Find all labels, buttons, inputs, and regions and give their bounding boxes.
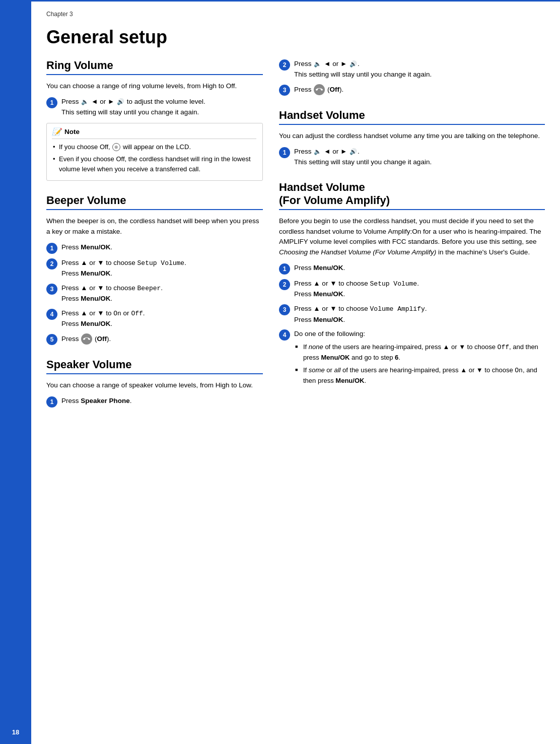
- note-bullets: If you choose Off, ⊗ will appear on the …: [52, 142, 256, 174]
- note-bullet-2: Even if you choose Off, the cordless han…: [52, 154, 256, 174]
- speaker-steps: 1 Press Speaker Phone.: [46, 396, 263, 408]
- right-column: 2 Press 🔈 ◄ or ► 🔊. This setting will st…: [279, 59, 545, 729]
- amplify-step1-text: Press Menu/OK.: [294, 263, 545, 274]
- speaker-circle-2: 2: [279, 59, 290, 71]
- speaker-volume-intro: You can choose a range of speaker volume…: [46, 380, 263, 391]
- speaker-step1-text: Press Speaker Phone.: [61, 396, 263, 407]
- beeper-step5: 5 Press (Off).: [46, 333, 263, 345]
- beeper-step2-text: Press ▲ or ▼ to choose Setup Volume.Pres…: [61, 258, 263, 279]
- beeper-steps: 1 Press Menu/OK. 2 Press ▲ or ▼ to choos…: [46, 242, 263, 345]
- amplify-bullet-2: If some or all of the users are hearing-…: [294, 365, 545, 385]
- amplify-circle-2: 2: [279, 279, 290, 290]
- amplify-step4-text: Do one of the following: If none of the …: [294, 329, 545, 388]
- speaker-circle-1: 1: [46, 396, 57, 408]
- handset-steps: 1 Press 🔈 ◄ or ► 🔊. This setting will st…: [279, 147, 545, 168]
- ring-volume-intro: You can choose a range of ring volume le…: [46, 81, 263, 92]
- amplify-step3-text: Press ▲ or ▼ to choose Volume Amplify.Pr…: [294, 304, 545, 325]
- speaker-step1: 1 Press Speaker Phone.: [46, 396, 263, 408]
- hv-spk-high-icon: 🔊: [349, 147, 357, 157]
- ring-volume-title: Ring Volume: [46, 59, 263, 75]
- beeper-step1: 1 Press Menu/OK.: [46, 242, 263, 254]
- note-icon: 📝: [52, 127, 61, 137]
- section-speaker-continued: 2 Press 🔈 ◄ or ► 🔊. This setting will st…: [279, 59, 545, 96]
- speaker-high-icon: 🔊: [117, 97, 124, 107]
- handset-step1: 1 Press 🔈 ◄ or ► 🔊. This setting will st…: [279, 147, 545, 168]
- page-title: General setup: [46, 27, 545, 48]
- hv-spk-low-icon: 🔈: [314, 147, 321, 157]
- section-beeper-volume: Beeper Volume When the beeper is on, the…: [46, 194, 263, 345]
- beeper-step5-text: Press (Off).: [61, 333, 263, 345]
- note-header: 📝 Note: [52, 127, 256, 139]
- page-number: 18: [0, 728, 31, 736]
- handset-step1-text: Press 🔈 ◄ or ► 🔊. This setting will stay…: [294, 147, 545, 168]
- speaker-volume-title: Speaker Volume: [46, 358, 263, 374]
- speaker-step3-text: Press (Off).: [294, 84, 545, 95]
- note-label: Note: [64, 128, 80, 136]
- amplify-bullet-1: If none of the users are hearing-impaire…: [294, 342, 545, 362]
- beeper-circle-5: 5: [46, 334, 57, 345]
- speaker-circle-3: 3: [279, 85, 290, 96]
- page-container: Chapter 3 General setup Ring Volume You …: [31, 0, 560, 744]
- speaker-continued-steps: 2 Press 🔈 ◄ or ► 🔊. This setting will st…: [279, 59, 545, 96]
- amplify-circle-1: 1: [279, 263, 290, 275]
- handset-amplify-title: Handset Volume(For Volume Amplify): [279, 181, 545, 210]
- note-box: 📝 Note If you choose Off, ⊗ will appear …: [46, 123, 263, 181]
- spk-low-icon-r: 🔈: [314, 59, 321, 69]
- content-area: Chapter 3 General setup Ring Volume You …: [31, 2, 560, 744]
- sidebar-accent: [0, 0, 31, 30]
- amplify-circle-3: 3: [279, 304, 290, 315]
- beeper-step2: 2 Press ▲ or ▼ to choose Setup Volume.Pr…: [46, 258, 263, 279]
- speaker-low-icon: 🔈: [81, 97, 89, 107]
- section-ring-volume: Ring Volume You can choose a range of ri…: [46, 59, 263, 181]
- two-column-layout: Ring Volume You can choose a range of ri…: [46, 59, 545, 729]
- amplify-circle-4: 4: [279, 329, 290, 341]
- handset-volume-title: Handset Volume: [279, 109, 545, 125]
- beeper-volume-title: Beeper Volume: [46, 194, 263, 210]
- beeper-step3-text: Press ▲ or ▼ to choose Beeper.Press Menu…: [61, 283, 263, 304]
- beeper-step4: 4 Press ▲ or ▼ to On or Off.Press Menu/O…: [46, 308, 263, 329]
- beeper-step4-text: Press ▲ or ▼ to On or Off.Press Menu/OK.: [61, 308, 263, 329]
- handset-circle-1: 1: [279, 147, 290, 158]
- amplify-step2: 2 Press ▲ or ▼ to choose Setup Volume.Pr…: [279, 279, 545, 300]
- section-speaker-volume: Speaker Volume You can choose a range of…: [46, 358, 263, 408]
- amplify-sub-bullets: If none of the users are hearing-impaire…: [294, 342, 545, 385]
- off-button-icon-spk: [314, 84, 325, 95]
- handset-amplify-intro: Before you begin to use the cordless han…: [279, 216, 545, 258]
- beeper-circle-2: 2: [46, 258, 57, 269]
- amplify-step1: 1 Press Menu/OK.: [279, 263, 545, 275]
- note-bullet-1: If you choose Off, ⊗ will appear on the …: [52, 142, 256, 152]
- beeper-volume-intro: When the beeper is on, the cordless hand…: [46, 216, 263, 237]
- off-symbol-icon: ⊗: [112, 143, 120, 151]
- speaker-step2: 2 Press 🔈 ◄ or ► 🔊. This setting will st…: [279, 59, 545, 80]
- beeper-step1-text: Press Menu/OK.: [61, 242, 263, 253]
- ring-volume-step1-text: Press 🔈 ◄ or ► 🔊 to adjust the volume le…: [61, 97, 263, 118]
- left-sidebar: 18: [0, 0, 31, 744]
- ring-volume-steps: 1 Press 🔈 ◄ or ► 🔊 to adjust the volume …: [46, 97, 263, 118]
- spk-high-icon-r: 🔊: [349, 59, 357, 69]
- step-circle-1: 1: [46, 97, 57, 108]
- beeper-circle-1: 1: [46, 243, 57, 254]
- speaker-step3: 3 Press (Off).: [279, 84, 545, 96]
- chapter-label: Chapter 3: [46, 11, 545, 18]
- ring-volume-step1: 1 Press 🔈 ◄ or ► 🔊 to adjust the volume …: [46, 97, 263, 118]
- beeper-circle-4: 4: [46, 309, 57, 320]
- speaker-step2-text: Press 🔈 ◄ or ► 🔊. This setting will stay…: [294, 59, 545, 80]
- beeper-circle-3: 3: [46, 284, 57, 295]
- amplify-steps: 1 Press Menu/OK. 2 Press ▲ or ▼ to choos…: [279, 263, 545, 388]
- amplify-step3: 3 Press ▲ or ▼ to choose Volume Amplify.…: [279, 304, 545, 325]
- amplify-step4: 4 Do one of the following: If none of th…: [279, 329, 545, 388]
- section-handset-volume: Handset Volume You can adjust the cordle…: [279, 109, 545, 168]
- left-column: Ring Volume You can choose a range of ri…: [46, 59, 263, 729]
- section-handset-amplify: Handset Volume(For Volume Amplify) Befor…: [279, 181, 545, 389]
- off-button-icon: [81, 333, 92, 345]
- handset-volume-intro: You can adjust the cordless handset volu…: [279, 131, 545, 142]
- beeper-step3: 3 Press ▲ or ▼ to choose Beeper.Press Me…: [46, 283, 263, 304]
- amplify-step2-text: Press ▲ or ▼ to choose Setup Volume.Pres…: [294, 279, 545, 300]
